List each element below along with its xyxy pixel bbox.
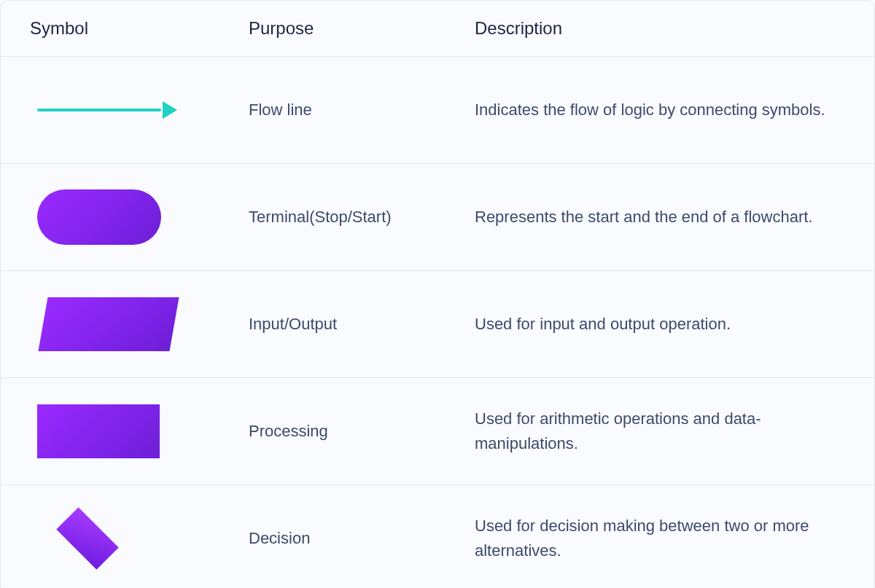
table-header-row: Symbol Purpose Description	[1, 1, 874, 56]
parallelogram-icon	[38, 297, 179, 351]
description-cell: Indicates the flow of logic by connectin…	[475, 98, 845, 122]
description-cell: Represents the start and the end of a fl…	[475, 205, 845, 230]
purpose-cell: Decision	[249, 528, 475, 549]
table-row: Processing Used for arithmetic operation…	[1, 377, 874, 485]
table-row: Decision Used for decision making betwee…	[1, 485, 874, 588]
header-symbol: Symbol	[30, 18, 249, 39]
diamond-icon	[56, 507, 118, 569]
table-row: Input/Output Used for input and output o…	[1, 270, 874, 377]
header-purpose: Purpose	[249, 18, 475, 39]
symbol-cell	[30, 291, 249, 357]
description-cell: Used for decision making between two or …	[475, 514, 845, 563]
purpose-cell: Input/Output	[249, 313, 475, 335]
terminal-pill-icon	[37, 189, 161, 245]
symbol-cell	[30, 184, 249, 250]
description-cell: Used for arithmetic operations and data-…	[475, 407, 845, 456]
table-row: Flow line Indicates the flow of logic by…	[1, 56, 874, 163]
purpose-cell: Processing	[249, 420, 475, 442]
symbol-cell	[30, 77, 249, 143]
flow-line-arrow-icon	[37, 103, 176, 117]
flowchart-symbols-table: Symbol Purpose Description Flow line Ind…	[0, 0, 875, 588]
description-cell: Used for input and output operation.	[475, 312, 845, 337]
table-row: Terminal(Stop/Start) Represents the star…	[1, 163, 874, 270]
purpose-cell: Flow line	[249, 99, 475, 121]
purpose-cell: Terminal(Stop/Start)	[249, 206, 475, 228]
rectangle-icon	[37, 404, 160, 458]
symbol-cell	[30, 506, 176, 571]
symbol-cell	[30, 399, 249, 464]
header-description: Description	[475, 18, 845, 39]
